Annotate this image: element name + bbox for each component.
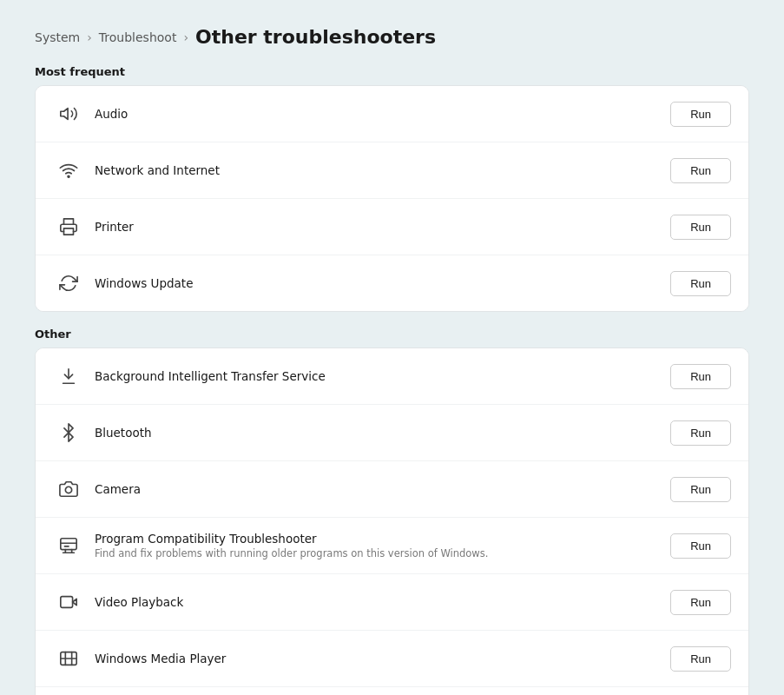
update-icon bbox=[53, 268, 84, 299]
windows-update-run-button[interactable]: Run bbox=[670, 271, 731, 296]
program-compat-run-button[interactable]: Run bbox=[670, 533, 731, 559]
program-compat-subtitle: Find and fix problems with running older… bbox=[95, 547, 670, 559]
other-group: Background Intelligent Transfer Service … bbox=[35, 348, 749, 695]
video-run-button[interactable]: Run bbox=[670, 590, 731, 615]
printer-text: Printer bbox=[95, 220, 670, 234]
bluetooth-icon bbox=[53, 417, 84, 448]
camera-icon bbox=[53, 473, 84, 505]
printer-title: Printer bbox=[95, 220, 670, 234]
network-icon bbox=[53, 155, 84, 186]
troubleshooter-windows-update: Windows Update Run bbox=[36, 255, 748, 311]
video-text: Video Playback bbox=[95, 595, 670, 609]
svg-marker-0 bbox=[61, 109, 68, 120]
breadcrumb-sep-2: › bbox=[183, 30, 188, 44]
media-icon bbox=[53, 643, 84, 674]
privacy-resources: Privacy resources About these settings a… bbox=[36, 687, 748, 695]
breadcrumb-troubleshoot[interactable]: Troubleshoot bbox=[99, 30, 177, 44]
windows-update-text: Windows Update bbox=[95, 276, 670, 290]
bluetooth-run-button[interactable]: Run bbox=[670, 420, 731, 446]
bits-run-button[interactable]: Run bbox=[670, 364, 731, 389]
troubleshooter-audio: Audio Run bbox=[36, 86, 748, 142]
bluetooth-title: Bluetooth bbox=[95, 426, 670, 440]
audio-icon bbox=[53, 98, 84, 129]
camera-title: Camera bbox=[95, 482, 670, 496]
compat-icon bbox=[53, 530, 84, 561]
section-label-other: Other bbox=[35, 328, 749, 341]
svg-point-5 bbox=[65, 486, 71, 493]
video-title: Video Playback bbox=[95, 595, 670, 609]
troubleshooter-video: Video Playback Run bbox=[36, 574, 748, 631]
breadcrumb-sep-1: › bbox=[87, 30, 92, 44]
troubleshooter-bits: Background Intelligent Transfer Service … bbox=[36, 348, 748, 405]
bluetooth-text: Bluetooth bbox=[95, 426, 670, 440]
troubleshooter-program-compat: Program Compatibility Troubleshooter Fin… bbox=[36, 518, 748, 574]
media-player-title: Windows Media Player bbox=[95, 652, 670, 665]
printer-run-button[interactable]: Run bbox=[670, 215, 731, 240]
breadcrumb: System › Troubleshoot › Other troublesho… bbox=[35, 26, 749, 48]
camera-run-button[interactable]: Run bbox=[670, 477, 731, 502]
bits-text: Background Intelligent Transfer Service bbox=[95, 369, 670, 383]
breadcrumb-system[interactable]: System bbox=[35, 30, 80, 44]
svg-rect-6 bbox=[61, 539, 76, 550]
section-label-most-frequent: Most frequent bbox=[35, 65, 749, 78]
most-frequent-group: Audio Run Network and Internet Run bbox=[35, 85, 749, 312]
network-title: Network and Internet bbox=[95, 163, 670, 177]
bits-title: Background Intelligent Transfer Service bbox=[95, 369, 670, 383]
program-compat-title: Program Compatibility Troubleshooter bbox=[95, 532, 670, 546]
svg-point-1 bbox=[68, 175, 69, 177]
audio-text: Audio bbox=[95, 107, 670, 121]
troubleshooter-network: Network and Internet Run bbox=[36, 142, 748, 199]
svg-rect-12 bbox=[61, 597, 73, 608]
network-text: Network and Internet bbox=[95, 163, 670, 177]
media-player-run-button[interactable]: Run bbox=[670, 646, 731, 672]
camera-text: Camera bbox=[95, 482, 670, 496]
media-player-text: Windows Media Player bbox=[95, 652, 670, 665]
windows-update-title: Windows Update bbox=[95, 276, 670, 290]
troubleshooter-bluetooth: Bluetooth Run bbox=[36, 405, 748, 461]
troubleshooter-media-player: Windows Media Player Run bbox=[36, 631, 748, 687]
download-icon bbox=[53, 361, 84, 392]
network-run-button[interactable]: Run bbox=[670, 158, 731, 183]
audio-run-button[interactable]: Run bbox=[670, 102, 731, 127]
audio-title: Audio bbox=[95, 107, 670, 121]
troubleshooter-camera: Camera Run bbox=[36, 461, 748, 518]
printer-icon bbox=[53, 211, 84, 242]
svg-rect-2 bbox=[64, 228, 74, 235]
program-compat-text: Program Compatibility Troubleshooter Fin… bbox=[95, 532, 670, 559]
troubleshooter-printer: Printer Run bbox=[36, 199, 748, 255]
video-icon bbox=[53, 586, 84, 618]
breadcrumb-current: Other troubleshooters bbox=[195, 26, 436, 48]
